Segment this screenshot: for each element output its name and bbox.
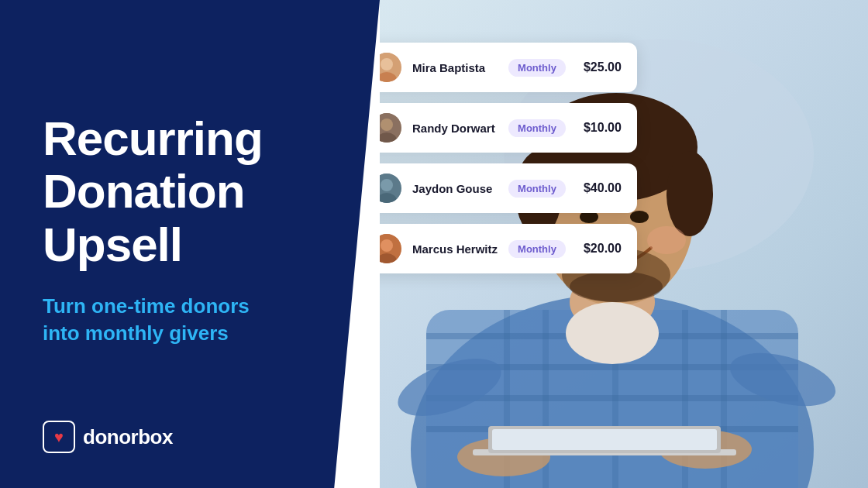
page-container: RecurringDonationUpsell Turn one-time do… — [0, 0, 868, 488]
donor-name-3: Jaydon Gouse — [412, 182, 498, 195]
svg-point-22 — [647, 226, 686, 254]
svg-rect-30 — [492, 429, 717, 450]
donation-card-4: Marcus Herwitz Monthly $20.00 — [380, 224, 637, 273]
svg-point-32 — [381, 58, 393, 70]
svg-point-23 — [566, 302, 659, 364]
left-panel: RecurringDonationUpsell Turn one-time do… — [0, 0, 380, 488]
monthly-badge-4: Monthly — [508, 240, 566, 258]
svg-point-16 — [666, 151, 713, 236]
avatar-4 — [380, 234, 401, 263]
donor-name-4: Marcus Herwitz — [412, 242, 498, 256]
main-text-area: RecurringDonationUpsell Turn one-time do… — [43, 39, 341, 421]
avatar-1 — [380, 53, 401, 82]
donation-card-1: Mira Baptista Monthly $25.00 — [380, 43, 637, 92]
svg-point-35 — [381, 119, 393, 131]
avatar-3 — [380, 174, 401, 203]
heart-icon: ♥ — [54, 428, 64, 446]
donation-card-2: Randy Dorwart Monthly $10.00 — [380, 103, 637, 153]
amount-1: $25.00 — [577, 60, 622, 74]
amount-2: $10.00 — [577, 121, 622, 135]
monthly-badge-2: Monthly — [508, 119, 566, 137]
main-headline: RecurringDonationUpsell — [43, 112, 341, 271]
monthly-badge-1: Monthly — [508, 59, 566, 77]
logo-area: ♥ donorbox — [43, 421, 341, 453]
sub-headline: Turn one-time donorsinto monthly givers — [43, 293, 337, 347]
amount-3: $40.00 — [577, 181, 622, 195]
svg-point-20 — [570, 271, 663, 302]
donation-card-3: Jaydon Gouse Monthly $40.00 — [380, 163, 637, 213]
logo-icon: ♥ — [43, 421, 75, 453]
donation-cards-overlay: Mira Baptista Monthly $25.00 Randy Dorwa… — [380, 43, 637, 273]
svg-point-41 — [381, 239, 393, 252]
donor-name-1: Mira Baptista — [412, 61, 498, 74]
svg-point-38 — [381, 179, 393, 191]
avatar-2 — [380, 113, 401, 143]
logo-text: donorbox — [83, 425, 173, 449]
monthly-badge-3: Monthly — [508, 180, 566, 198]
right-panel: Mira Baptista Monthly $25.00 Randy Dorwa… — [380, 0, 868, 488]
donor-name-2: Randy Dorwart — [412, 122, 498, 135]
amount-4: $20.00 — [577, 242, 622, 256]
